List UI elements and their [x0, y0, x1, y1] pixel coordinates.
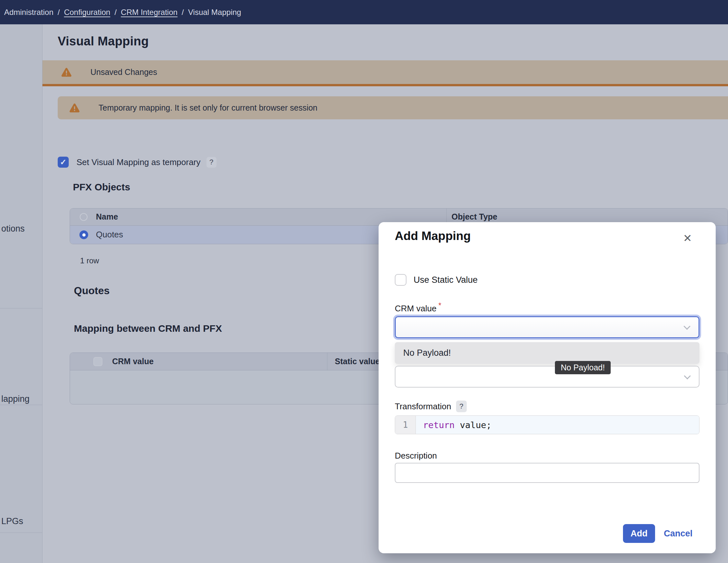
sidebar-item-lpgs[interactable]: LPGs — [1, 516, 23, 526]
temporary-mapping-text: Temporary mapping. It is set only for cu… — [99, 103, 317, 112]
transformation-code-editor[interactable]: 1 return value; — [395, 416, 699, 434]
warning-icon — [69, 102, 80, 113]
pfx-value-select[interactable] — [395, 366, 699, 388]
header-radio[interactable] — [80, 213, 88, 221]
sidebar-divider — [0, 308, 42, 309]
breadcrumb-item-configuration[interactable]: Configuration — [64, 8, 110, 17]
breadcrumb-item-crm-integration[interactable]: CRM Integration — [121, 8, 178, 17]
chevron-down-icon — [684, 372, 691, 379]
add-mapping-modal: Add Mapping ✕ Use Static Value CRM value… — [379, 222, 716, 553]
description-input[interactable] — [395, 463, 699, 483]
no-payload-tooltip: No Payload! — [555, 361, 611, 374]
set-temporary-label: Set Visual Mapping as temporary — [76, 157, 201, 167]
description-label: Description — [395, 451, 437, 461]
code-rest: value; — [455, 420, 492, 430]
pfx-objects-heading: PFX Objects — [73, 182, 130, 193]
breadcrumb-separator: / — [114, 8, 117, 17]
sidebar-item-mapping[interactable]: lapping — [1, 394, 29, 404]
column-divider — [327, 353, 327, 370]
mapping-heading: Mapping between CRM and PFX — [74, 323, 222, 334]
help-icon[interactable]: ? — [206, 157, 217, 168]
sidebar-item-options[interactable]: otions — [1, 224, 25, 234]
use-static-value-label: Use Static Value — [414, 275, 478, 285]
breadcrumb-item-administration: Administration — [4, 8, 53, 17]
add-button[interactable]: Add — [623, 524, 655, 543]
crm-value-option-list: No Payload! — [395, 342, 699, 364]
option-no-payload[interactable]: No Payload! — [395, 342, 699, 364]
required-asterisk: * — [439, 301, 441, 310]
left-sidebar: otions lapping LPGs — [0, 24, 42, 563]
sidebar-divider — [0, 533, 42, 533]
row-name-cell: Quotes — [96, 229, 123, 240]
crm-value-label-text: CRM value — [395, 304, 437, 313]
row-radio-selected[interactable] — [79, 230, 88, 239]
help-icon[interactable]: ? — [456, 401, 467, 412]
chevron-down-icon — [684, 323, 690, 330]
unsaved-changes-banner: Unsaved Changes — [42, 60, 728, 86]
breadcrumb-item-visual-mapping: Visual Mapping — [188, 8, 241, 17]
code-line[interactable]: return value; — [416, 416, 699, 434]
column-header-crm-value: CRM value — [112, 357, 154, 366]
transformation-label-row: Transformation ? — [395, 401, 467, 412]
temporary-mapping-banner: Temporary mapping. It is set only for cu… — [58, 96, 728, 119]
modal-title: Add Mapping — [395, 229, 471, 243]
set-temporary-checkbox[interactable]: ✓ — [58, 157, 69, 168]
use-static-value-row: Use Static Value — [395, 274, 478, 286]
close-icon[interactable]: ✕ — [680, 230, 695, 245]
breadcrumb: / Administration / Configuration / CRM I… — [0, 8, 241, 17]
line-number-gutter: 1 — [395, 416, 416, 434]
crm-value-select[interactable] — [395, 316, 699, 338]
use-static-value-checkbox[interactable] — [395, 274, 406, 286]
sidebar-divider — [0, 405, 42, 405]
breadcrumb-separator: / — [58, 8, 60, 17]
set-temporary-row: ✓ Set Visual Mapping as temporary ? — [58, 157, 217, 168]
top-navigation-bar: / Administration / Configuration / CRM I… — [0, 0, 728, 24]
row-count-label: 1 row — [80, 256, 99, 265]
unsaved-changes-text: Unsaved Changes — [90, 67, 157, 77]
transformation-label: Transformation — [395, 402, 451, 412]
crm-value-label: CRM value* — [395, 301, 441, 314]
column-header-object-type: Object Type — [452, 212, 497, 221]
page-title: Visual Mapping — [58, 34, 149, 48]
warning-icon — [61, 67, 72, 78]
cancel-button[interactable]: Cancel — [664, 524, 693, 543]
check-icon: ✓ — [60, 158, 66, 166]
header-checkbox[interactable] — [93, 357, 102, 366]
breadcrumb-separator: / — [182, 8, 184, 17]
column-header-static-value: Static value — [335, 357, 380, 366]
column-header-name: Name — [96, 212, 118, 221]
code-keyword: return — [423, 420, 455, 430]
quotes-heading: Quotes — [74, 285, 110, 297]
